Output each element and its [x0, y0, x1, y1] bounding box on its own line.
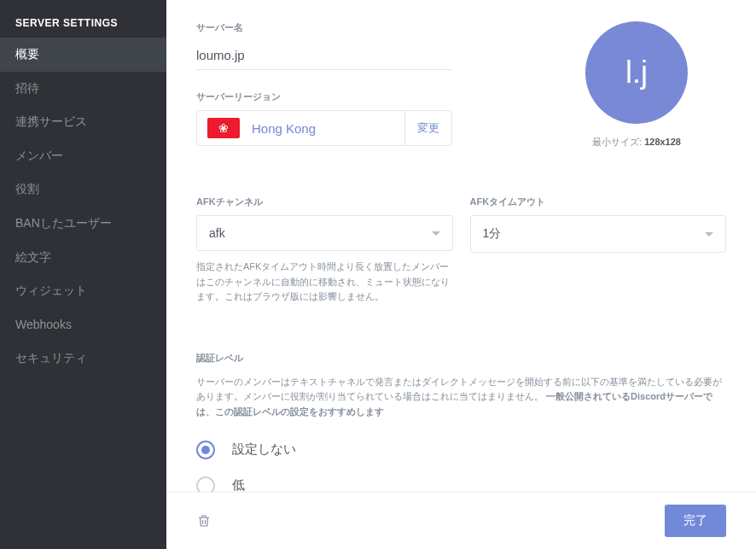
server-avatar[interactable]: l.j — [585, 21, 688, 124]
sidebar-item-label: メンバー — [15, 149, 63, 162]
avatar-initials: l.j — [625, 55, 648, 91]
flag-icon — [207, 118, 240, 138]
radio-icon — [196, 476, 215, 492]
sidebar: SERVER SETTINGS 概要 招待 連携サービス メンバー 役割 BAN… — [0, 0, 166, 549]
afk-channel-select[interactable]: afk — [196, 215, 453, 251]
chevron-down-icon — [705, 232, 713, 237]
done-button[interactable]: 完了 — [665, 505, 726, 537]
sidebar-header: SERVER SETTINGS — [0, 0, 166, 38]
sidebar-item-roles[interactable]: 役割 — [0, 172, 166, 207]
sidebar-item-overview[interactable]: 概要 — [0, 38, 166, 72]
radio-icon — [196, 441, 215, 459]
avatar-caption: 最小サイズ: 128x128 — [592, 136, 681, 149]
sidebar-item-emoji[interactable]: 絵文字 — [0, 241, 166, 275]
sidebar-item-invites[interactable]: 招待 — [0, 72, 166, 106]
server-name-label: サーバー名 — [196, 21, 513, 34]
chevron-down-icon — [432, 231, 440, 236]
afk-timeout-value: 1分 — [483, 226, 502, 242]
sidebar-item-integrations[interactable]: 連携サービス — [0, 105, 166, 139]
sidebar-item-label: Webhooks — [15, 318, 72, 331]
verification-option-none[interactable]: 設定しない — [196, 432, 726, 468]
server-region-box: Hong Kong — [196, 110, 405, 146]
sidebar-item-members[interactable]: メンバー — [0, 139, 166, 173]
verification-label: 認証レベル — [196, 352, 726, 365]
sidebar-item-security[interactable]: セキュリティ — [0, 342, 166, 376]
afk-channel-label: AFKチャンネル — [196, 196, 453, 208]
sidebar-item-label: ウィジェット — [15, 283, 87, 297]
sidebar-item-bans[interactable]: BANしたユーザー — [0, 207, 166, 241]
radio-label: 低 — [232, 477, 245, 492]
sidebar-item-label: セキュリティ — [15, 351, 87, 365]
main-content: サーバー名 サーバーリージョン Hong Kong 変更 l.j — [166, 0, 756, 492]
afk-timeout-label: AFKタイムアウト — [470, 196, 727, 208]
sidebar-item-webhooks[interactable]: Webhooks — [0, 308, 166, 342]
sidebar-item-label: 招待 — [15, 81, 39, 95]
change-region-button[interactable]: 変更 — [405, 110, 452, 146]
sidebar-item-label: 連携サービス — [15, 114, 87, 128]
verification-option-low[interactable]: 低 — [196, 468, 726, 492]
sidebar-item-label: 絵文字 — [15, 250, 51, 264]
verification-help: サーバーのメンバーはテキストチャネルで発言またはダイレクトメッセージを開始する前… — [196, 375, 726, 420]
sidebar-item-label: 役割 — [15, 182, 39, 196]
afk-channel-value: afk — [209, 226, 225, 240]
sidebar-item-widget[interactable]: ウィジェット — [0, 274, 166, 308]
afk-timeout-select[interactable]: 1分 — [470, 215, 727, 253]
radio-label: 設定しない — [232, 441, 296, 458]
server-region-label: サーバーリージョン — [196, 91, 513, 103]
main: サーバー名 サーバーリージョン Hong Kong 変更 l.j — [166, 0, 756, 549]
server-name-input[interactable] — [196, 41, 452, 70]
footer: 完了 — [166, 492, 756, 549]
afk-channel-help: 指定されたAFKタイムアウト時間より長く放置したメンバーはこのチャンネルに自動的… — [196, 260, 453, 305]
sidebar-item-label: BANしたユーザー — [15, 216, 112, 230]
sidebar-item-label: 概要 — [15, 47, 39, 61]
server-region-value: Hong Kong — [252, 121, 316, 136]
trash-icon[interactable] — [196, 513, 212, 529]
